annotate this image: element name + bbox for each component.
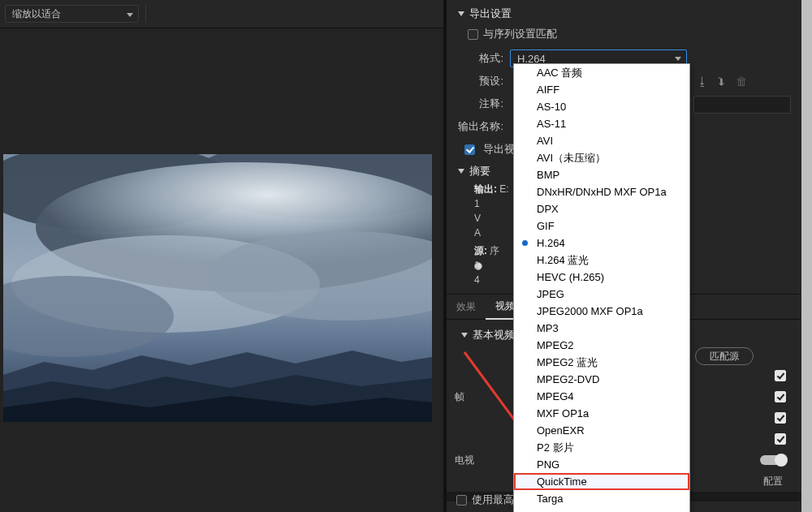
video-check-3[interactable] — [775, 412, 786, 424]
format-option[interactable]: AVI（未压缩） — [514, 149, 689, 166]
format-option[interactable]: TIFF — [514, 507, 689, 512]
fit-select-label: 缩放以适合 — [12, 7, 61, 21]
format-option-label: AS-11 — [537, 118, 566, 130]
video-check-4[interactable] — [775, 433, 786, 445]
tab-effects[interactable]: 效果 — [447, 294, 486, 320]
format-option[interactable]: MP3 — [514, 320, 689, 337]
export-settings-title: 导出设置 — [469, 6, 512, 21]
preset-icons: ⭳ ⮯ 🗑 — [697, 75, 747, 88]
format-option-label: MP3 — [537, 322, 559, 334]
format-option-label: P2 影片 — [537, 441, 574, 455]
format-option-label: MPEG2-DVD — [537, 373, 599, 385]
frame-label: 帧 — [455, 390, 477, 404]
video-check-1[interactable] — [775, 370, 786, 381]
comments-label: 注释: — [447, 97, 510, 111]
fit-select[interactable]: 缩放以适合 — [5, 5, 139, 23]
format-option-label: JPEG — [537, 288, 564, 300]
format-option[interactable]: HEVC (H.265) — [514, 269, 689, 286]
tv-label: 电视 — [455, 454, 477, 467]
vertical-scrollbar[interactable] — [801, 0, 812, 512]
format-option[interactable]: QuickTime — [514, 473, 689, 490]
chevron-down-icon — [458, 11, 464, 16]
export-settings-header[interactable]: 导出设置 — [447, 3, 801, 24]
format-label: 格式: — [447, 51, 510, 66]
format-option-label: AIFF — [537, 84, 559, 96]
format-option[interactable]: H.264 蓝光 — [514, 252, 689, 269]
format-option[interactable]: DPX — [514, 200, 689, 217]
summary-output-label: 输出: — [474, 183, 497, 195]
format-option-label: DNxHR/DNxHD MXF OP1a — [537, 186, 667, 198]
format-option[interactable]: GIF — [514, 217, 689, 234]
format-option-label: QuickTime — [537, 475, 587, 488]
format-option-label: BMP — [537, 169, 559, 181]
format-option[interactable]: Targa — [514, 490, 689, 507]
format-option[interactable]: JPEG2000 MXF OP1a — [514, 303, 689, 320]
export-video-checkbox[interactable] — [464, 144, 475, 155]
chevron-down-icon — [458, 169, 464, 174]
tv-toggle[interactable] — [760, 455, 786, 465]
selected-dot-icon — [522, 240, 528, 246]
send-queue-icon[interactable]: ⮯ — [716, 75, 728, 88]
chevron-down-icon — [127, 13, 133, 17]
format-option[interactable]: MXF OP1a — [514, 405, 689, 422]
format-option[interactable]: MPEG2 — [514, 337, 689, 354]
format-option-label: PNG — [537, 458, 559, 471]
match-sequence-label: 与序列设置匹配 — [483, 27, 557, 41]
format-option-label: MXF OP1a — [537, 407, 589, 419]
format-option-label: AVI — [537, 135, 553, 147]
format-option-label: AAC 音频 — [537, 66, 582, 80]
format-option-label: OpenEXR — [537, 424, 585, 437]
format-option[interactable]: MPEG2-DVD — [514, 371, 689, 388]
format-option-label: MPEG2 — [537, 339, 574, 351]
format-option[interactable]: AVI — [514, 132, 689, 149]
format-option[interactable]: P2 影片 — [514, 439, 689, 456]
summary-out-l1: E: — [499, 183, 508, 195]
comments-field[interactable] — [693, 96, 791, 114]
format-option-label: GIF — [537, 220, 555, 232]
chevron-down-icon — [461, 333, 468, 338]
format-option-label: H.264 — [537, 237, 565, 249]
left-toolbar: 缩放以适合 — [0, 0, 443, 28]
format-option[interactable]: JPEG — [514, 286, 689, 303]
match-sequence-row[interactable]: 与序列设置匹配 — [447, 24, 801, 44]
match-source-button[interactable]: 匹配源 — [695, 347, 754, 365]
format-option-label: AVI（未压缩） — [537, 151, 606, 166]
format-option[interactable]: OpenEXR — [514, 422, 689, 439]
toolbar-separator — [145, 5, 152, 23]
format-option[interactable]: MPEG2 蓝光 — [514, 354, 689, 371]
format-option-label: JPEG2000 MXF OP1a — [537, 305, 643, 317]
format-option[interactable]: AIFF — [514, 81, 689, 98]
video-check-2[interactable] — [775, 391, 786, 402]
use-max-render-checkbox[interactable] — [456, 495, 467, 506]
format-option-label: MPEG4 — [537, 390, 574, 402]
format-option-label: AS-10 — [537, 101, 566, 113]
format-option-label: MPEG2 蓝光 — [537, 355, 598, 370]
preset-label: 预设: — [447, 74, 510, 88]
format-option[interactable]: PNG — [514, 456, 689, 473]
format-option[interactable]: BMP — [514, 166, 689, 183]
format-option-label: DPX — [537, 203, 559, 215]
summary-title: 摘要 — [469, 164, 490, 179]
summary-src-l1: 序 — [490, 245, 499, 256]
format-option[interactable]: MPEG4 — [514, 388, 689, 405]
preview-image — [3, 154, 432, 422]
trash-icon[interactable]: 🗑 — [736, 75, 747, 88]
preview-area — [3, 154, 432, 422]
chevron-down-icon — [675, 57, 681, 61]
summary-source-label: 源: — [474, 245, 487, 256]
match-sequence-checkbox[interactable] — [468, 29, 478, 40]
format-option[interactable]: AAC 音频 — [514, 64, 689, 81]
config-label: 配置 — [763, 475, 786, 488]
download-icon[interactable]: ⭳ — [697, 75, 708, 88]
format-dropdown[interactable]: AAC 音频AIFFAS-10AS-11AVIAVI（未压缩）BMPDNxHR/… — [513, 63, 690, 512]
left-panel: 缩放以适合 — [0, 0, 447, 512]
format-option[interactable]: DNxHR/DNxHD MXF OP1a — [514, 183, 689, 200]
app-root: 缩放以适合 — [0, 0, 812, 512]
format-option-label: HEVC (H.265) — [537, 271, 604, 283]
format-option[interactable]: AS-10 — [514, 98, 689, 115]
format-option-label: H.264 蓝光 — [537, 253, 589, 268]
format-option[interactable]: H.264 — [514, 234, 689, 252]
format-option[interactable]: AS-11 — [514, 115, 689, 132]
format-option-label: Targa — [537, 493, 564, 505]
right-panel: 导出设置 与序列设置匹配 格式: H.264 预设: ⭳ ⮯ — [447, 0, 812, 512]
